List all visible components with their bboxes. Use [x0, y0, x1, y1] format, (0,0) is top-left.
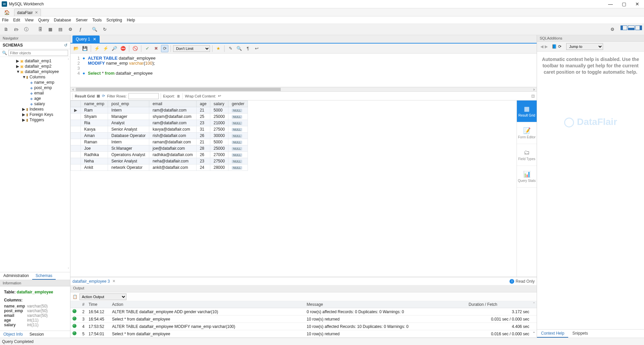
create-view-icon[interactable]: ▤ — [56, 25, 64, 33]
explain-icon[interactable]: 🔎 — [111, 45, 118, 52]
execute-icon[interactable]: ⚡ — [93, 45, 101, 52]
tab-object-info[interactable]: Object Info — [0, 331, 26, 338]
table-row[interactable]: KavyaSenior Analystkavya@dataflair.com31… — [71, 126, 248, 133]
grid-col-header[interactable]: gender — [228, 101, 248, 107]
menu-query[interactable]: Query — [38, 18, 49, 22]
stop-icon[interactable]: ⛔ — [119, 45, 127, 52]
home-icon[interactable]: 🏠 — [3, 10, 11, 16]
save-file-icon[interactable]: 💾 — [81, 45, 89, 52]
refresh-schemas-icon[interactable]: ↺ — [64, 43, 67, 48]
search-code-icon[interactable]: 🔍 — [235, 45, 243, 52]
scroll-right-icon[interactable]: › — [531, 87, 537, 92]
create-proc-icon[interactable]: ⚙ — [66, 25, 74, 33]
autocommit-icon[interactable]: ⟳ — [161, 45, 168, 52]
output-row[interactable]: 4 17:53:52 ALTER TABLE dataflair_employe… — [70, 323, 537, 330]
table-row[interactable]: ▶RamInternram@dataflair.com215000NULL — [71, 107, 248, 114]
table-row[interactable]: RamanInternraman@dataflair.com215000NULL — [71, 139, 248, 145]
table-row[interactable]: Ankitnetwork Operatorankit@dataflair.com… — [71, 164, 248, 171]
wrap-icon[interactable]: ↩ — [218, 94, 221, 98]
table-row[interactable]: RiaAnalystram@dataflair.com2321000NULL — [71, 120, 248, 126]
open-sql-icon[interactable]: 🗁 — [12, 25, 20, 33]
word-wrap-icon[interactable]: ↩ — [253, 45, 260, 52]
output-table[interactable]: #TimeActionMessageDuration / Fetchˆ 2 16… — [70, 301, 537, 338]
tree-column[interactable]: ◆name_emp — [3, 80, 70, 85]
commit-icon[interactable]: ✔ — [144, 45, 151, 52]
side-tab-query-stats[interactable]: 📊Query Stats — [517, 166, 537, 188]
side-tab-result-grid[interactable]: ▦Result Grid — [517, 100, 537, 122]
beautify-icon[interactable]: ★ — [215, 45, 222, 52]
grid-col-header[interactable]: age — [196, 101, 210, 107]
tree-column[interactable]: ◆age — [3, 96, 70, 101]
table-row[interactable]: RadhikaOperations Analystradhika@datafla… — [71, 152, 248, 158]
result-grid[interactable]: name_emppost_empemailagesalarygender▶Ram… — [70, 100, 248, 171]
grid-col-header[interactable]: name_emp — [81, 101, 108, 107]
grid-col-header[interactable]: salary — [210, 101, 228, 107]
result-grid-icon[interactable]: ▦ — [97, 94, 100, 98]
tree-table[interactable]: ▶▣dataflair_emp1 — [3, 58, 70, 64]
tab-snippets[interactable]: Snippets — [568, 330, 592, 338]
output-row[interactable]: 5 17:54:01 Select * from dataflair_emplo… — [70, 330, 537, 338]
search-table-icon[interactable]: 🔍 — [91, 25, 99, 33]
output-copy-icon[interactable]: 📋 — [72, 294, 77, 299]
sql-editor[interactable]: 1●ALTER TABLE dataflair_employee2MODIFY … — [70, 54, 537, 87]
create-schema-icon[interactable]: 🗄 — [36, 25, 44, 33]
query-tab[interactable]: Query 1 ✕ — [72, 36, 100, 43]
output-col-header[interactable]: Time — [87, 301, 110, 308]
limit-rows-icon[interactable]: 🚫 — [131, 45, 139, 52]
menu-file[interactable]: File — [2, 18, 8, 22]
menu-view[interactable]: View — [25, 18, 34, 22]
menu-tools[interactable]: Tools — [92, 18, 102, 22]
schema-tree[interactable]: ▶▣dataflair_emp1▶▣dataflair_emp2▼▣datafl… — [0, 57, 70, 272]
result-tab-label[interactable]: dataflair_employee 3 — [72, 279, 110, 284]
execute-current-icon[interactable]: ⚡ — [102, 45, 109, 52]
tab-schemas[interactable]: Schemas — [32, 272, 56, 280]
side-tab-field-types[interactable]: 🗂Field Types — [517, 144, 537, 166]
menu-edit[interactable]: Edit — [13, 18, 20, 22]
table-row[interactable]: AmanDatabase Operatorrish@dataflair.com2… — [71, 133, 248, 139]
grid-col-header[interactable]: email — [149, 101, 197, 107]
tree-column[interactable]: ◆post_emp — [3, 85, 70, 90]
tree-column[interactable]: ◆email — [3, 90, 70, 96]
panel-pin-icon[interactable]: ◫ — [531, 94, 535, 98]
output-type-select[interactable]: Action Output — [79, 293, 126, 300]
side-tab-form-editor[interactable]: 📝Form Editor — [517, 122, 537, 144]
filter-rows-input[interactable] — [128, 93, 159, 99]
settings-icon[interactable]: ⚙ — [608, 25, 616, 33]
maximize-button[interactable]: ▢ — [617, 1, 631, 7]
filter-objects-input[interactable] — [8, 50, 68, 56]
create-table-icon[interactable]: ▦ — [46, 25, 54, 33]
scroll-left-icon[interactable]: ‹ — [70, 87, 76, 92]
grid-col-header[interactable]: post_emp — [108, 101, 149, 107]
export-icon[interactable]: 🗎 — [177, 94, 180, 98]
tree-group[interactable]: ▶▮Triggers — [3, 117, 70, 123]
refresh-icon[interactable]: ⟳ — [102, 94, 105, 98]
tab-session[interactable]: Session — [26, 331, 47, 338]
sa-fwd-icon[interactable]: ▶ — [545, 44, 548, 49]
limit-select[interactable]: Don't Limit — [173, 45, 210, 52]
find-icon[interactable]: ✎ — [227, 45, 234, 52]
close-button[interactable]: ✕ — [631, 1, 644, 7]
invisible-chars-icon[interactable]: ¶ — [244, 45, 252, 52]
table-row[interactable]: JoeSr.Managerjoe@dataflair.com2825000NUL… — [71, 145, 248, 152]
menu-scripting[interactable]: Scripting — [106, 18, 122, 22]
tree-columns-group[interactable]: ▼▮Columns — [3, 74, 70, 80]
create-func-icon[interactable]: ƒ — [76, 25, 85, 33]
new-sql-tab-icon[interactable]: 🗎 — [2, 25, 10, 33]
tree-group[interactable]: ▶▮Foreign Keys — [3, 112, 70, 117]
rollback-icon[interactable]: ✖ — [152, 45, 160, 52]
tab-administration[interactable]: Administration — [0, 272, 32, 280]
scroll-thumb[interactable] — [76, 88, 281, 91]
result-grid-scroll[interactable]: name_emppost_empemailagesalarygender▶Ram… — [70, 100, 517, 277]
tab-context-help[interactable]: Context Help — [537, 330, 568, 338]
rebuild-icon[interactable]: ↻ — [101, 25, 109, 33]
output-col-header[interactable]: # — [78, 301, 87, 308]
table-row[interactable]: ShyamManagershyam@dataflair.com2525000NU… — [71, 114, 248, 120]
menu-help[interactable]: Help — [127, 18, 135, 22]
query-tab-close-icon[interactable]: ✕ — [93, 37, 96, 42]
sa-back-icon[interactable]: ◀ — [540, 44, 543, 49]
tree-table[interactable]: ▼▣dataflair_employee — [3, 69, 70, 74]
sa-toggle-icon[interactable]: ⟳ — [558, 44, 561, 49]
tree-group[interactable]: ▶▮Indexes — [3, 107, 70, 112]
output-col-header[interactable]: Action — [110, 301, 305, 308]
sa-help-icon[interactable]: 📘 — [552, 44, 557, 49]
